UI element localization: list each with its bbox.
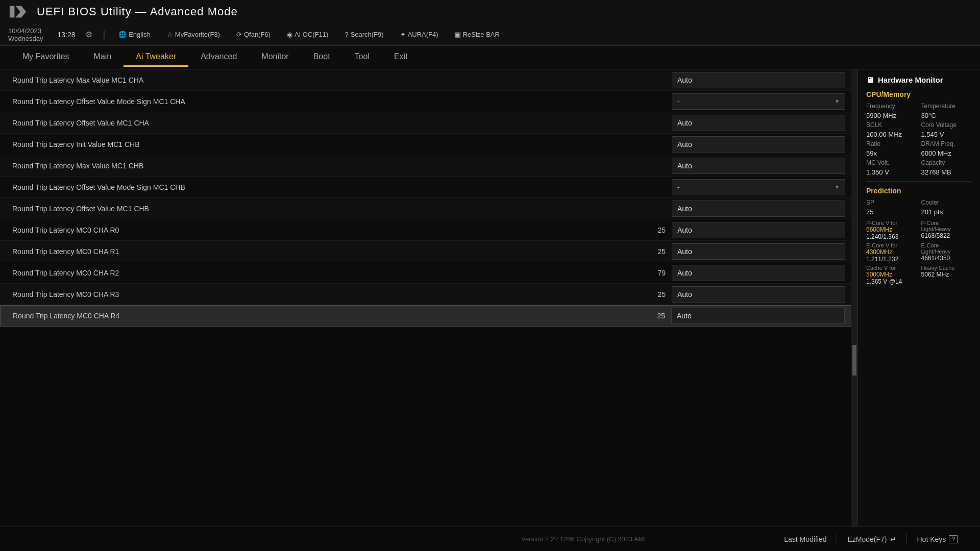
aura-label: AURA(F4) [408, 31, 438, 38]
divider-1: | [103, 29, 105, 40]
pcore-v-label: P-Core V for 5600MHz 1.240/1.363 [866, 220, 917, 240]
setting-name: Round Trip Latency Init Value MC1 CHB [12, 140, 640, 148]
footer: Version 2.22.1286 Copyright (C) 2023 AMI… [0, 527, 980, 551]
last-modified-label: Last Modified [784, 535, 826, 543]
date-line: 10/04/2023 Wednesday [8, 27, 43, 42]
header: UEFI BIOS Utility — Advanced Mode 10/04/… [0, 0, 980, 46]
nav-item-main[interactable]: Main [82, 48, 124, 67]
setting-name: Round Trip Latency MC0 CHA R0 [12, 226, 640, 234]
nav-item-advanced[interactable]: Advanced [188, 48, 249, 67]
sp-label: SP [866, 199, 917, 206]
ecore-v-label: E-Core V for 4300MHz 1.211/1.232 [866, 242, 917, 263]
setting-row[interactable]: Round Trip Latency MC0 CHA R279Auto [0, 262, 857, 284]
asus-logo [8, 2, 29, 22]
temp-value: 30°C [921, 112, 972, 119]
resize-bar-label: ReSize BAR [463, 31, 500, 38]
setting-row[interactable]: Round Trip Latency MC0 CHA R025Auto [0, 219, 857, 241]
resize-bar-btn[interactable]: ▣ ReSize BAR [452, 30, 503, 39]
cpu-memory-section-title: CPU/Memory [866, 90, 972, 98]
qfan-label: Qfan(F6) [244, 31, 271, 38]
core-voltage-label: Core Voltage [921, 121, 972, 129]
footer-version: Version 2.22.1286 Copyright (C) 2023 AMI [393, 535, 774, 543]
nav-item-tool[interactable]: Tool [342, 48, 382, 67]
search-btn[interactable]: ? Search(F9) [341, 30, 386, 39]
bclk-label: BCLK [866, 121, 917, 129]
setting-name: Round Trip Latency Max Value MC1 CHA [12, 76, 640, 84]
dram-freq-label: DRAM Freq. [921, 140, 972, 147]
setting-name: Round Trip Latency Offset Value MC1 CHB [12, 205, 640, 213]
setting-name: Round Trip Latency MC0 CHA R2 [12, 269, 640, 277]
settings-list: Round Trip Latency Max Value MC1 CHAAuto… [0, 69, 857, 527]
setting-name: Round Trip Latency Max Value MC1 CHB [12, 162, 640, 170]
panel-title: 🖥 Hardware Monitor [866, 76, 972, 84]
setting-row[interactable]: Round Trip Latency Offset Value Mode Sig… [0, 91, 857, 112]
setting-row[interactable]: Round Trip Latency Max Value MC1 CHAAuto [0, 69, 857, 91]
ecore-lh-section: E-Core Light/Heavy 4661/4350 [921, 242, 972, 263]
mc-volt-label: MC Volt. [866, 159, 917, 166]
date: 10/04/2023 [8, 27, 41, 35]
setting-row[interactable]: Round Trip Latency Offset Value MC1 CHBA… [0, 198, 857, 219]
nav-item-exit[interactable]: Exit [382, 48, 420, 67]
setting-value[interactable]: Auto [672, 158, 845, 174]
settings-icon: ⚙ [85, 30, 92, 39]
hot-keys-icon: ? [949, 535, 958, 543]
content-area: Round Trip Latency Max Value MC1 CHAAuto… [0, 69, 857, 527]
setting-value[interactable]: Auto [672, 136, 845, 153]
hot-keys-label: Hot Keys [917, 535, 946, 543]
setting-name: Round Trip Latency MC0 CHA R3 [12, 290, 640, 298]
ai-icon: ◉ [287, 31, 292, 38]
setting-num: 25 [640, 290, 666, 298]
nav-item-my-favorites[interactable]: My Favorites [10, 48, 82, 67]
fan-icon: ⟳ [236, 31, 242, 38]
scrollbar[interactable] [851, 69, 857, 527]
svg-rect-0 [10, 6, 15, 18]
search-label: Search(F9) [351, 31, 384, 38]
hot-keys-btn[interactable]: Hot Keys ? [907, 533, 968, 545]
setting-row[interactable]: Round Trip Latency Max Value MC1 CHBAuto [0, 155, 857, 177]
nav-item-ai-tweaker[interactable]: Ai Tweaker [124, 48, 188, 67]
dram-freq-value: 6000 MHz [921, 149, 972, 157]
setting-value[interactable]: Auto [672, 243, 845, 260]
qfan-btn[interactable]: ⟳ Qfan(F6) [233, 30, 274, 39]
setting-value[interactable]: Auto [672, 115, 845, 131]
capacity-label: Capacity [921, 159, 972, 166]
cache-v-label: Cache V for 5000MHz 1.365 V @L4 [866, 265, 917, 285]
setting-value[interactable]: Auto [672, 265, 845, 281]
setting-value[interactable]: Auto [672, 72, 845, 88]
setting-row[interactable]: Round Trip Latency MC0 CHA R125Auto [0, 241, 857, 262]
scroll-thumb[interactable] [852, 345, 856, 375]
setting-row[interactable]: Round Trip Latency MC0 CHA R425Auto [0, 305, 857, 327]
prediction-section-title: Prediction [866, 187, 972, 195]
sp-value: 75 [866, 208, 917, 216]
nav-item-monitor[interactable]: Monitor [249, 48, 301, 67]
cpu-memory-stats: Frequency Temperature 5900 MHz 30°C BCLK… [866, 103, 972, 176]
ez-mode-btn[interactable]: EzMode(F7) ↵ [837, 533, 906, 545]
language-btn[interactable]: 🌐 English [115, 30, 154, 39]
aura-btn[interactable]: ✦ AURA(F4) [397, 30, 442, 39]
setting-value[interactable]: Auto [672, 222, 845, 238]
setting-row[interactable]: Round Trip Latency Offset Value MC1 CHAA… [0, 112, 857, 134]
setting-value[interactable]: Auto [672, 286, 845, 303]
capacity-value: 32768 MB [921, 168, 972, 176]
setting-row[interactable]: Round Trip Latency Init Value MC1 CHBAut… [0, 134, 857, 155]
setting-name: Round Trip Latency Offset Value Mode Sig… [12, 97, 640, 106]
bclk-value: 100.00 MHz [866, 131, 917, 138]
cooler-label: Cooler [921, 199, 972, 206]
nav-item-boot[interactable]: Boot [301, 48, 342, 67]
setting-num: 25 [640, 247, 666, 256]
setting-row[interactable]: Round Trip Latency Offset Value Mode Sig… [0, 177, 857, 198]
language-label: English [129, 31, 151, 38]
last-modified-btn[interactable]: Last Modified [774, 533, 837, 545]
monitor-icon: 🖥 [866, 76, 874, 84]
setting-value[interactable]: Auto [671, 308, 845, 324]
setting-value[interactable]: - [672, 179, 845, 195]
main-nav: My FavoritesMainAi TweakerAdvancedMonito… [0, 46, 980, 69]
svg-marker-1 [15, 6, 26, 18]
setting-row[interactable]: Round Trip Latency MC0 CHA R325Auto [0, 284, 857, 305]
ez-mode-label: EzMode(F7) [847, 535, 887, 543]
setting-value[interactable]: - [672, 93, 845, 110]
ai-oc-btn[interactable]: ◉ AI OC(F11) [284, 30, 331, 39]
setting-value[interactable]: Auto [672, 201, 845, 217]
setting-name: Round Trip Latency MC0 CHA R4 [13, 312, 640, 320]
myfavorite-btn[interactable]: ☆ MyFavorite(F3) [164, 30, 223, 39]
